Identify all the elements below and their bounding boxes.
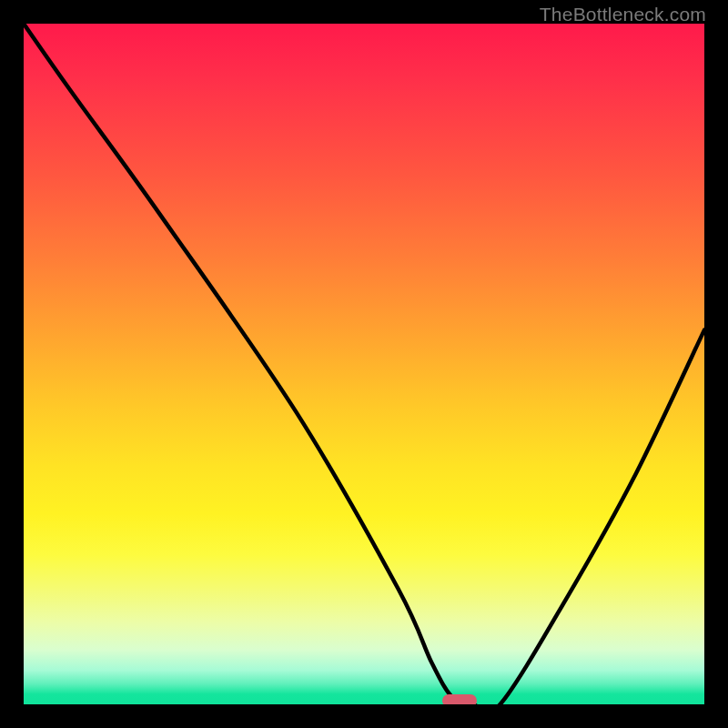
- optimal-point-marker: [442, 694, 477, 704]
- plot-area: [24, 24, 704, 704]
- bottleneck-curve: [24, 24, 704, 704]
- curve-path: [24, 24, 704, 704]
- chart-stage: TheBottleneck.com: [0, 0, 728, 728]
- watermark-text: TheBottleneck.com: [540, 4, 706, 25]
